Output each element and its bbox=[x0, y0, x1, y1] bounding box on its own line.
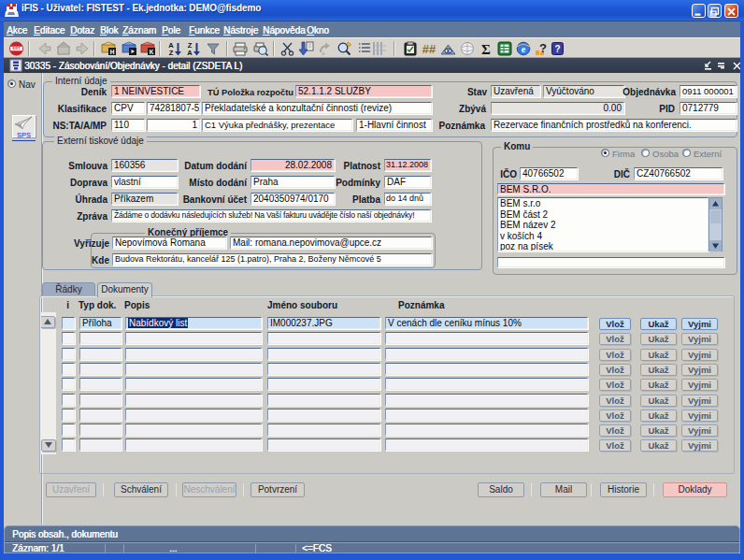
svg-text:?: ? bbox=[539, 41, 547, 55]
svg-text:Σ: Σ bbox=[481, 42, 491, 56]
svg-text:a: a bbox=[322, 50, 325, 56]
svg-text:H: H bbox=[110, 49, 115, 55]
svg-text:?: ? bbox=[554, 44, 560, 54]
svg-text:EXIT: EXIT bbox=[13, 47, 21, 50]
svg-text:Z: Z bbox=[169, 49, 174, 56]
svg-text:##: ## bbox=[422, 42, 436, 56]
svg-text:K: K bbox=[150, 49, 154, 55]
svg-text:A: A bbox=[187, 49, 193, 56]
